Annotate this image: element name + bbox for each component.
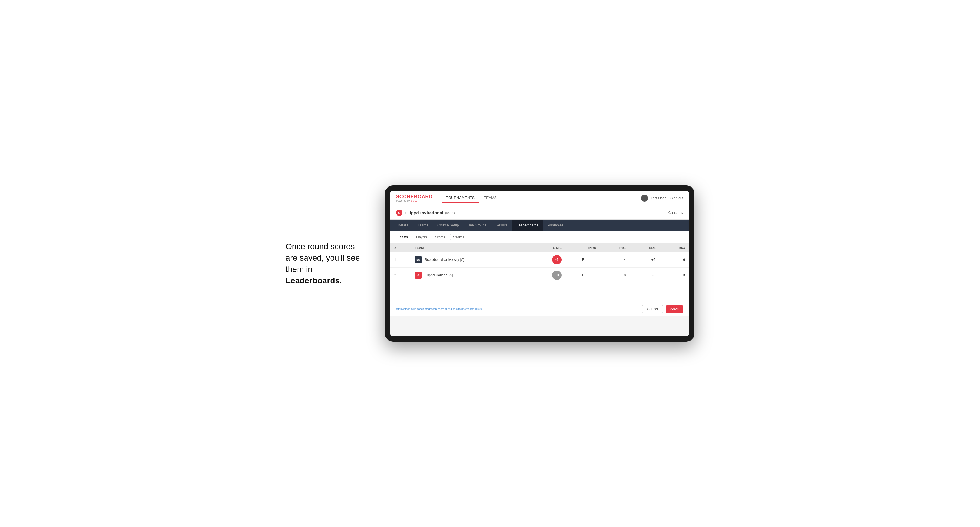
col-team: TEAM xyxy=(410,243,528,252)
url-bar: https://stage-blue-coach.stagescoreboard… xyxy=(396,308,482,311)
col-thru: THRU xyxy=(566,243,600,252)
powered-by: Powered by clippd xyxy=(396,199,433,202)
rd3-2: +3 xyxy=(660,268,689,283)
app-logo: SCOREBOARD xyxy=(396,194,433,199)
logo-board: BOARD xyxy=(414,194,433,199)
tab-leaderboards[interactable]: Leaderboards xyxy=(512,220,543,231)
team-2: C Clippd College [A] xyxy=(410,268,528,283)
thru-2: F xyxy=(566,268,600,283)
rank-1: 1 xyxy=(390,252,410,268)
rd2-1: +5 xyxy=(630,252,659,268)
tournament-cancel-button[interactable]: Cancel ✕ xyxy=(668,211,683,215)
cancel-button[interactable]: Cancel xyxy=(642,305,663,313)
team-logo-2: C xyxy=(415,271,422,279)
logo-area: SCOREBOARD Powered by clippd xyxy=(396,194,433,202)
tab-details[interactable]: Details xyxy=(393,220,413,231)
leaderboard-table: # TEAM TOTAL THRU RD1 RD2 RD3 1 xyxy=(390,243,689,283)
logo-score: SCORE xyxy=(396,194,414,199)
rd1-1: -4 xyxy=(600,252,630,268)
sub-tab-players[interactable]: Players xyxy=(413,234,430,240)
save-button[interactable]: Save xyxy=(666,305,683,313)
nav-tournaments[interactable]: TOURNAMENTS xyxy=(442,194,479,203)
col-rd3: RD3 xyxy=(660,243,689,252)
rank-2: 2 xyxy=(390,268,410,283)
col-total: TOTAL xyxy=(528,243,566,252)
col-rd2: RD2 xyxy=(630,243,659,252)
tournament-gender: (Men) xyxy=(445,211,455,215)
sub-tabs: Teams Players Scores Strokes xyxy=(390,231,689,243)
thru-1: F xyxy=(566,252,600,268)
sub-tab-teams[interactable]: Teams xyxy=(395,234,411,240)
page-wrapper: Once round scores are saved, you'll see … xyxy=(286,185,694,342)
powered-brand: clippd xyxy=(410,199,418,202)
close-icon: ✕ xyxy=(680,211,683,215)
tab-navigation: Details Teams Course Setup Tee Groups Re… xyxy=(390,220,689,231)
app-footer: https://stage-blue-coach.stagescoreboard… xyxy=(390,302,689,316)
tab-results[interactable]: Results xyxy=(491,220,512,231)
col-rd1: RD1 xyxy=(600,243,630,252)
tab-printables[interactable]: Printables xyxy=(543,220,568,231)
user-avatar: S xyxy=(641,195,648,202)
left-description: Once round scores are saved, you'll see … xyxy=(286,241,368,287)
rd2-2: -8 xyxy=(630,268,659,283)
team-name-2: Clippd College [A] xyxy=(425,273,453,277)
team-logo-1: SU xyxy=(415,256,422,263)
col-rank: # xyxy=(390,243,410,252)
nav-links: TOURNAMENTS TEAMS xyxy=(442,194,632,203)
sub-tab-scores[interactable]: Scores xyxy=(432,234,448,240)
app-header: SCOREBOARD Powered by clippd TOURNAMENTS… xyxy=(390,190,689,206)
sub-tab-strokes[interactable]: Strokes xyxy=(450,234,467,240)
tournament-title: Clippd Invitational xyxy=(405,210,443,215)
team-1: SU Scoreboard University [A] xyxy=(410,252,528,268)
tournament-icon: C xyxy=(396,210,402,216)
total-2: +3 xyxy=(528,268,566,283)
tablet-screen: SCOREBOARD Powered by clippd TOURNAMENTS… xyxy=(390,190,689,337)
header-right: S Test User | Sign out xyxy=(641,195,683,202)
table-row: 2 C Clippd College [A] +3 F xyxy=(390,268,689,283)
table-row: 1 SU Scoreboard University [A] -5 F xyxy=(390,252,689,268)
content-area: # TEAM TOTAL THRU RD1 RD2 RD3 1 xyxy=(390,243,689,302)
tab-course-setup[interactable]: Course Setup xyxy=(433,220,463,231)
score-badge-2: +3 xyxy=(552,270,562,280)
tournament-header: C Clippd Invitational (Men) Cancel ✕ xyxy=(390,206,689,220)
user-name: Test User | xyxy=(651,196,668,200)
tablet-device: SCOREBOARD Powered by clippd TOURNAMENTS… xyxy=(385,185,694,342)
score-badge-1: -5 xyxy=(552,255,562,264)
tab-tee-groups[interactable]: Tee Groups xyxy=(463,220,491,231)
leaderboards-bold: Leaderboards xyxy=(286,276,340,285)
rd1-2: +8 xyxy=(600,268,630,283)
sign-out-link[interactable]: Sign out xyxy=(670,196,683,200)
tab-teams[interactable]: Teams xyxy=(413,220,433,231)
nav-teams[interactable]: TEAMS xyxy=(479,194,502,203)
rd3-1: -6 xyxy=(660,252,689,268)
team-name-1: Scoreboard University [A] xyxy=(425,258,464,262)
total-1: -5 xyxy=(528,252,566,268)
